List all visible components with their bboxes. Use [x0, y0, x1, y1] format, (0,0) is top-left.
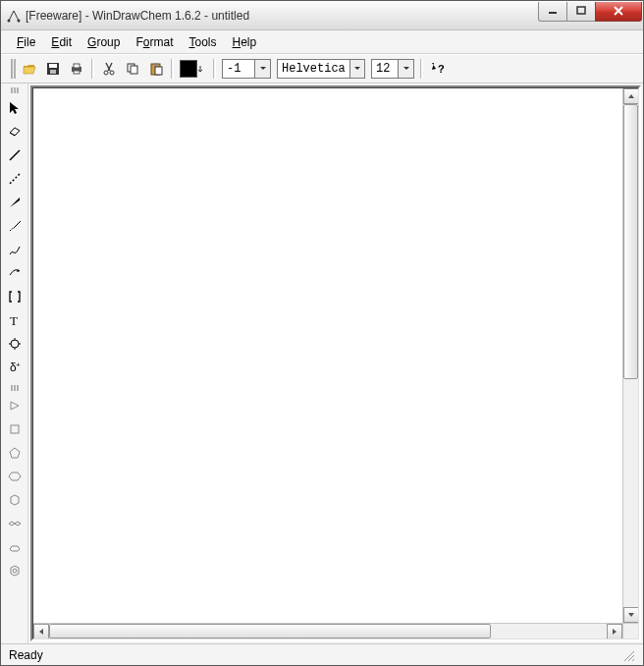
line-tool[interactable]	[3, 143, 27, 167]
svg-line-33	[632, 659, 634, 661]
palette-grip	[5, 385, 25, 391]
menubar: File Edit Group Format Tools Help	[1, 30, 643, 54]
svg-text:T: T	[10, 313, 18, 328]
minimize-button[interactable]	[538, 2, 567, 22]
boat-conformer-tool[interactable]	[3, 535, 27, 559]
cut-button[interactable]	[98, 58, 120, 80]
erase-tool[interactable]	[3, 120, 27, 143]
color-picker-button[interactable]	[178, 58, 209, 80]
svg-rect-16	[155, 67, 162, 75]
svg-text:?: ?	[438, 63, 445, 75]
save-button[interactable]	[42, 58, 64, 80]
window-title: [Freeware] - WinDrawChem 1.6.2 - untitle…	[26, 9, 249, 23]
svg-rect-29	[11, 425, 19, 433]
vertical-scrollbar[interactable]	[622, 88, 638, 623]
svg-point-26	[11, 340, 19, 348]
svg-rect-6	[50, 70, 56, 74]
font-name-combo[interactable]: Helvetica	[277, 59, 365, 79]
svg-point-0	[8, 19, 11, 22]
separator	[420, 59, 423, 79]
chevron-down-icon	[349, 60, 364, 78]
separator	[213, 59, 216, 79]
print-button[interactable]	[66, 58, 87, 80]
menu-file[interactable]: File	[11, 33, 41, 51]
scroll-thumb[interactable]	[49, 624, 491, 638]
square-shape-tool[interactable]	[3, 417, 27, 441]
svg-point-11	[110, 71, 114, 75]
text-tool[interactable]: T	[3, 308, 27, 332]
scroll-down-button[interactable]	[623, 607, 639, 623]
dashed-line-tool[interactable]	[3, 167, 27, 191]
app-icon	[7, 9, 21, 23]
svg-rect-2	[549, 12, 557, 14]
menu-tools[interactable]: Tools	[183, 33, 222, 51]
svg-text:+: +	[16, 361, 21, 369]
symbol-tool[interactable]: δ+	[3, 356, 27, 379]
work-area: T δ+	[1, 83, 643, 643]
select-tool[interactable]	[3, 96, 27, 120]
main-toolbar: -1 Helvetica 12 ?	[1, 54, 643, 83]
svg-line-18	[10, 150, 20, 160]
chair-conformer-tool[interactable]	[3, 512, 27, 535]
current-color-swatch	[180, 60, 197, 78]
scroll-left-button[interactable]	[33, 624, 49, 639]
statusbar: Ready	[1, 643, 643, 665]
svg-line-24	[18, 221, 21, 224]
benzene-tool[interactable]	[3, 559, 27, 583]
copy-button[interactable]	[122, 58, 143, 80]
dropdown-arrow-icon	[197, 61, 207, 77]
svg-rect-13	[131, 66, 137, 74]
hexagon-point-tool[interactable]	[3, 488, 27, 512]
pentagon-shape-tool[interactable]	[3, 441, 27, 465]
svg-point-10	[104, 71, 108, 75]
wedge-down-tool[interactable]	[3, 214, 27, 238]
arrow-tool[interactable]	[3, 261, 27, 285]
svg-rect-5	[49, 64, 57, 68]
scroll-up-button[interactable]	[623, 88, 639, 104]
svg-line-19	[10, 174, 20, 184]
menu-help[interactable]: Help	[226, 33, 262, 51]
wavy-bond-tool[interactable]	[3, 238, 27, 261]
bracket-tool[interactable]	[3, 285, 27, 308]
menu-group[interactable]: Group	[81, 33, 126, 51]
paste-button[interactable]	[145, 58, 167, 80]
font-size-value: 12	[372, 62, 394, 76]
app-window: [Freeware] - WinDrawChem 1.6.2 - untitle…	[0, 0, 644, 666]
ring-tool[interactable]	[3, 332, 27, 356]
canvas-container	[28, 83, 643, 643]
resize-grip-icon[interactable]	[621, 648, 635, 662]
svg-rect-9	[74, 71, 80, 74]
context-help-button[interactable]: ?	[427, 58, 449, 80]
line-thickness-combo[interactable]: -1	[222, 59, 271, 79]
chevron-down-icon	[398, 60, 413, 78]
font-size-combo[interactable]: 12	[371, 59, 414, 79]
toolbar-grip	[11, 59, 17, 79]
menu-format[interactable]: Format	[130, 33, 179, 51]
scroll-right-button[interactable]	[607, 624, 622, 639]
open-button[interactable]	[19, 58, 40, 80]
separator	[171, 59, 174, 79]
titlebar: [Freeware] - WinDrawChem 1.6.2 - untitle…	[1, 1, 643, 30]
palette-grip	[5, 87, 25, 93]
status-text: Ready	[9, 648, 43, 662]
horizontal-scrollbar[interactable]	[33, 623, 622, 638]
window-controls	[539, 2, 642, 22]
chevron-down-icon	[254, 60, 270, 78]
drawing-canvas[interactable]	[32, 87, 639, 639]
svg-point-1	[18, 19, 21, 22]
triangle-shape-tool[interactable]	[3, 394, 27, 417]
svg-line-22	[14, 226, 16, 228]
scroll-corner	[622, 623, 638, 638]
hexagon-flat-tool[interactable]	[3, 465, 27, 488]
line-thickness-value: -1	[223, 62, 244, 76]
close-button[interactable]	[595, 2, 642, 22]
svg-rect-8	[74, 64, 80, 68]
svg-line-21	[12, 228, 14, 230]
svg-rect-3	[577, 7, 585, 14]
menu-edit[interactable]: Edit	[45, 33, 78, 51]
maximize-button[interactable]	[566, 2, 596, 22]
wedge-up-tool[interactable]	[3, 191, 27, 214]
scroll-thumb[interactable]	[623, 104, 638, 379]
tool-palette: T δ+	[1, 83, 28, 643]
svg-rect-15	[154, 63, 157, 66]
